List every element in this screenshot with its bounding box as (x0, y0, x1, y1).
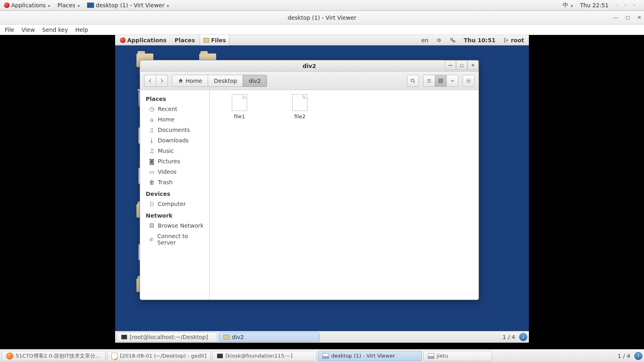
volume-icon[interactable] (622, 0, 629, 11)
download-icon: ⭳ (149, 137, 155, 144)
guest-network-icon[interactable] (447, 35, 459, 45)
close-icon[interactable]: ✕ (637, 14, 642, 21)
sidebar-item-computer[interactable]: ⌸Computer (140, 199, 209, 209)
sidebar-item-connect-server[interactable]: ⎚Connect to Server (140, 231, 209, 248)
file-manager-content[interactable]: file1 file2 (210, 90, 479, 300)
maximize-icon[interactable]: ◻ (625, 14, 630, 21)
gear-icon (466, 78, 471, 84)
svg-rect-8 (441, 81, 443, 83)
menu-help[interactable]: Help (75, 27, 88, 33)
file-manager-toolbar: Home Desktop div2 (140, 72, 479, 90)
video-icon: ▭ (149, 169, 155, 175)
guest-user-label: root (511, 37, 524, 43)
taskbar-entry-terminal[interactable]: [root@localhost:~/Desktop] (117, 332, 217, 342)
taskbar-entry-label: desktop (1) - Virt Viewer (331, 353, 395, 359)
chevron-down-icon (166, 2, 169, 8)
guest-volume-icon[interactable] (433, 35, 445, 45)
host-applications-label: Applications (11, 2, 46, 8)
notification-badge-icon[interactable]: i (519, 333, 527, 341)
list-icon (426, 78, 432, 84)
minimize-button[interactable]: — (445, 60, 456, 70)
taskbar-entry-virt-viewer[interactable]: desktop (1) - Virt Viewer (318, 351, 422, 361)
sidebar-item-downloads[interactable]: ⭳Downloads (140, 135, 209, 146)
path-current[interactable]: div2 (243, 75, 267, 87)
minimize-icon[interactable]: — (613, 14, 618, 21)
menu-view[interactable]: View (21, 27, 35, 33)
sidebar-item-videos[interactable]: ▭Videos (140, 167, 209, 177)
path-desktop[interactable]: Desktop (208, 75, 243, 87)
host-bottom-panel: 51CTO博客2.0-原创IT技术文章分... [2018-08-01 (~/D… (0, 349, 644, 362)
sidebar-item-documents[interactable]: ▯Documents (140, 125, 209, 135)
guest-clock-label: Thu 10:51 (464, 37, 495, 43)
taskbar-entry-label: 51CTO博客2.0-原创IT技术文章分... (16, 352, 100, 360)
music-icon: ♫ (149, 148, 155, 154)
sidebar-item-browse-network[interactable]: ⚄Browse Network (140, 220, 209, 231)
guest-desktop[interactable]: Applications Places Files en Thu 10:51 r… (115, 35, 529, 343)
host-places-menu[interactable]: Places (55, 0, 83, 11)
computer-icon: ⌸ (149, 201, 155, 207)
taskbar-entry-screenshot[interactable]: jietu (423, 351, 492, 361)
path-home[interactable]: Home (172, 75, 208, 87)
guest-places-menu[interactable]: Places (171, 35, 198, 45)
host-workspace-indicator[interactable]: 1 / 4 (615, 353, 633, 359)
folder-icon (223, 335, 229, 339)
file-manager-titlebar[interactable]: div2 — ◻ ✕ (140, 60, 479, 72)
host-applications-menu[interactable]: Applications (2, 0, 53, 11)
guest-applications-menu[interactable]: Applications (117, 35, 170, 45)
wifi-icon[interactable] (613, 0, 620, 11)
file-item-file1[interactable]: file1 (227, 94, 252, 119)
menu-sendkey[interactable]: Send key (42, 27, 68, 33)
taskbar-entry-terminal[interactable]: [kiosk@foundation115:~] (213, 351, 316, 361)
taskbar-entry-gedit[interactable]: [2018-08-01 (~/Desktop) - gedit] (107, 351, 211, 361)
trash-icon: 🗑 (149, 179, 155, 185)
sidebar-item-label: Browse Network (158, 222, 204, 229)
host-clock[interactable]: Thu 22:51 (578, 0, 611, 11)
taskbar-entry-files[interactable]: div2 (219, 332, 320, 342)
taskbar-entry-label: [2018-08-01 (~/Desktop) - gedit] (120, 353, 206, 359)
notification-badge-icon[interactable]: i (634, 352, 642, 360)
file-item-file2[interactable]: file2 (288, 94, 312, 119)
svg-point-4 (411, 79, 414, 82)
sidebar-item-trash[interactable]: 🗑Trash (140, 177, 209, 187)
power-icon[interactable] (631, 0, 638, 11)
clock-icon: ◷ (149, 106, 155, 112)
taskbar-entry-firefox[interactable]: 51CTO博客2.0-原创IT技术文章分... (2, 351, 105, 361)
camera-icon: ◙ (149, 158, 155, 165)
document-icon: ▯ (149, 127, 155, 133)
view-options-button[interactable] (446, 75, 458, 87)
menu-file[interactable]: File (5, 27, 14, 33)
terminal-icon (217, 354, 223, 358)
guest-workspace-indicator[interactable]: 1 / 4 (500, 334, 518, 340)
guest-lang-label: en (421, 37, 429, 43)
file-item-label: file1 (234, 113, 245, 119)
guest-bottom-panel: [root@localhost:~/Desktop] div2 1 / 4 i (115, 331, 529, 343)
guest-lang-indicator[interactable]: en (418, 35, 432, 45)
search-button[interactable] (407, 75, 419, 87)
terminal-icon (121, 335, 127, 339)
svg-rect-5 (439, 79, 440, 80)
virt-viewer-menubar: File View Send key Help (0, 25, 644, 35)
chevron-down-icon (47, 2, 50, 8)
guest-user-menu[interactable]: root (500, 35, 527, 45)
sidebar-item-recent[interactable]: ◷Recent (140, 104, 209, 114)
list-view-button[interactable] (423, 75, 435, 87)
guest-top-panel: Applications Places Files en Thu 10:51 r… (115, 35, 529, 45)
guest-clock[interactable]: Thu 10:51 (460, 35, 499, 45)
close-button[interactable]: ✕ (467, 60, 479, 70)
grid-view-button[interactable] (435, 75, 447, 87)
settings-button[interactable] (462, 75, 475, 87)
back-button[interactable] (144, 75, 156, 87)
host-window-switcher[interactable]: desktop (1) - Virt Viewer (85, 0, 171, 11)
sidebar-item-music[interactable]: ♫Music (140, 146, 209, 156)
guest-places-label: Places (175, 37, 195, 43)
logout-icon (504, 37, 509, 43)
sidebar-item-pictures[interactable]: ◙Pictures (140, 156, 209, 167)
maximize-button[interactable]: ◻ (456, 60, 467, 70)
gedit-icon (111, 353, 118, 359)
virt-viewer-titlebar[interactable]: desktop (1) - Virt Viewer — ◻ ✕ (0, 11, 644, 25)
forward-button[interactable] (156, 75, 168, 87)
host-ime-indicator[interactable]: 中 (560, 0, 575, 11)
sidebar-item-label: Home (158, 116, 174, 123)
guest-active-app[interactable]: Files (200, 35, 229, 45)
sidebar-item-home[interactable]: ⌂Home (140, 114, 209, 125)
